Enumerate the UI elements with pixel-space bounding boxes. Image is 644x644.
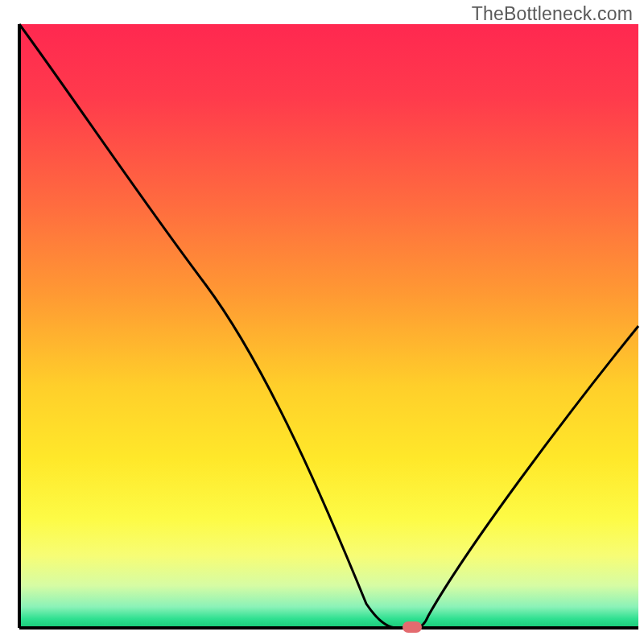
- watermark-text: TheBottleneck.com: [472, 3, 633, 25]
- optimal-marker: [402, 621, 422, 633]
- plot-background: [19, 24, 638, 628]
- chart-svg: [0, 0, 644, 644]
- bottleneck-chart: TheBottleneck.com: [0, 0, 644, 644]
